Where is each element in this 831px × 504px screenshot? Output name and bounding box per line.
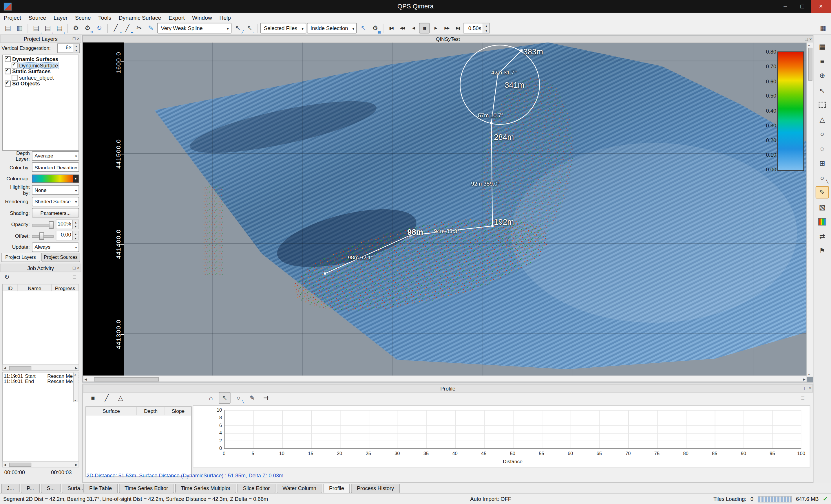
maximize-button[interactable]: □ (794, 0, 811, 13)
spin-down-icon[interactable]: ▾ (73, 224, 79, 229)
tab-project-layers[interactable]: Project Layers (1, 253, 40, 262)
checkbox[interactable] (5, 81, 10, 87)
colormap-dropdown[interactable] (32, 174, 79, 183)
column-header[interactable]: Slope (165, 407, 191, 415)
select-line-icon[interactable]: ↖╱ (232, 22, 243, 34)
offset-slider[interactable] (32, 232, 54, 239)
float-panel-icon[interactable]: □ (73, 36, 75, 41)
offset-spinner[interactable]: 0.00 ▴▾ (56, 231, 79, 241)
pan-icon[interactable]: ⊞ (815, 157, 829, 169)
scroll-right-icon[interactable]: ▶ (75, 366, 77, 370)
go-end-button[interactable]: ▶▮ (453, 23, 463, 34)
viewport-hscrollbar[interactable]: ◀▶ (83, 376, 807, 382)
import-svp-icon[interactable]: ▤↓ (42, 22, 54, 34)
vertical-exaggeration-spinner[interactable]: 6× ▴▾ (57, 43, 80, 53)
edit-points-icon[interactable]: ╱•• (122, 22, 133, 34)
home-icon[interactable]: ⌂ (205, 392, 217, 404)
tab-j[interactable]: J... (1, 484, 20, 493)
spin-up-icon[interactable]: ▴ (73, 231, 79, 236)
marker-square-icon[interactable]: ■ (87, 392, 99, 404)
pause-button[interactable]: ▮▮ (419, 23, 430, 34)
zoom-icon[interactable]: ○╲ (233, 392, 244, 404)
select-cursor-icon[interactable]: ↖ (219, 392, 230, 404)
palette-icon[interactable] (815, 215, 829, 228)
update-dropdown[interactable]: Always (32, 242, 79, 252)
play-button[interactable]: ▶ (430, 23, 441, 34)
shading-parameters-button[interactable]: Parameters... (32, 208, 79, 218)
menu-project[interactable]: Project (0, 13, 25, 22)
apply-selection-icon[interactable]: ↖ (358, 22, 369, 34)
Rescan Metad...[interactable]: 11:19:01 End Rescan Metad... (3, 379, 79, 384)
slider-handle[interactable] (49, 221, 54, 229)
interval-spinner[interactable]: 0.50s ▴▾ (464, 23, 490, 34)
job-log-icon[interactable]: ≡ (69, 272, 79, 282)
highlight-by-dropdown[interactable]: None (32, 185, 79, 195)
spin-down-icon[interactable]: ▾ (73, 236, 79, 240)
menu-help[interactable]: Help (216, 13, 235, 22)
menu-window[interactable]: Window (188, 13, 216, 22)
import-files-icon[interactable]: ▤↓ (30, 22, 42, 34)
tab-project-sources[interactable]: Project Sources (41, 253, 80, 262)
close-panel-icon[interactable]: × (809, 386, 811, 391)
profile-triangle-icon[interactable]: △ (115, 392, 126, 404)
tab-profile[interactable]: Profile (323, 484, 350, 493)
menu-scene[interactable]: Scene (71, 13, 94, 22)
scroll-left-icon[interactable]: ◀ (84, 377, 87, 381)
select-lasso-icon[interactable]: ◌ (815, 142, 829, 155)
spin-up-icon[interactable]: ▴ (73, 44, 79, 48)
spin-up-icon[interactable]: ▴ (73, 220, 79, 224)
tab-time-series-editor[interactable]: Time Series Editor (119, 484, 174, 493)
fast-forward-button[interactable]: ▶▶ (441, 23, 452, 34)
checkbox[interactable] (11, 62, 18, 68)
export-icon[interactable]: ⇉ (260, 392, 272, 404)
minimize-button[interactable]: – (777, 0, 794, 13)
color-by-dropdown[interactable]: Standard Deviation (32, 162, 79, 172)
selection-scope-dropdown[interactable]: Inside Selection (307, 23, 357, 34)
spin-down-icon[interactable]: ▾ (73, 48, 79, 52)
select-spline-icon[interactable]: ↖∽ (243, 22, 255, 34)
scroll-left-icon[interactable]: ◀ (4, 366, 6, 370)
tab-p[interactable]: P... (21, 484, 40, 493)
slice-edit-icon[interactable]: ╱• (110, 22, 121, 34)
close-panel-icon[interactable]: × (77, 36, 80, 41)
tab-s[interactable]: S... (41, 484, 60, 493)
scroll-left-icon[interactable]: ◀ (4, 462, 6, 466)
float-panel-icon[interactable]: □ (805, 36, 807, 42)
close-button[interactable]: × (811, 0, 831, 13)
edit-icon[interactable]: ✎ (247, 392, 258, 404)
opacity-spinner[interactable]: 100% ▴▾ (56, 219, 79, 229)
job-table-hscrollbar[interactable]: ◀▶ (2, 364, 79, 371)
add-raw-files-icon[interactable]: ▤ (2, 22, 13, 34)
zoom-icon[interactable]: ○╲ (815, 172, 829, 184)
menu-dynamic-surface[interactable]: Dynamic Surface (115, 13, 165, 22)
shade-icon[interactable]: ▧ (815, 201, 829, 213)
job-log-vscrollbar[interactable] (73, 372, 79, 402)
matrix-view-icon[interactable]: ▦ (817, 22, 829, 34)
refresh-jobs-icon[interactable]: ↻ (2, 272, 11, 282)
depth-layer-dropdown[interactable]: Average (32, 151, 79, 161)
tab-slice-editor[interactable]: Slice Editor (237, 484, 276, 493)
menu-export[interactable]: Export (165, 13, 188, 22)
layers-icon[interactable]: ≡ (815, 55, 829, 67)
close-panel-icon[interactable]: × (809, 36, 812, 42)
grid-view-icon[interactable]: ▦ (815, 40, 829, 52)
tab-time-series-multiplot[interactable]: Time Series Multiplot (175, 484, 236, 493)
flag-icon[interactable]: ⚑ (815, 245, 829, 257)
process-icon[interactable]: ⚙ (70, 22, 82, 34)
checkbox[interactable] (5, 56, 10, 62)
swap-icon[interactable]: ⇄ (815, 230, 829, 242)
crosshair-icon[interactable]: ⊕ (815, 69, 829, 82)
scene-view[interactable]: 383m42m 31.7°341m57m 10.7°284m92m 359.0°… (124, 42, 807, 377)
tree-item-sd-objects[interactable]: Sd Objects (3, 81, 78, 87)
tree-item-static-surfaces[interactable]: Static Surfaces (3, 68, 78, 75)
viewport-vscrollbar[interactable] (807, 42, 813, 377)
slider-handle[interactable] (39, 233, 44, 240)
select-rect-icon[interactable] (815, 99, 829, 111)
go-start-button[interactable]: ▮◀ (386, 23, 397, 34)
tree-item-dynamicsurface[interactable]: DynamicSurface (3, 62, 78, 68)
tab-water-column[interactable]: Water Column (277, 484, 322, 493)
column-header[interactable]: Depth (137, 407, 165, 415)
job-log-hscrollbar[interactable]: ◀▶ (2, 461, 79, 468)
profile-line-icon[interactable]: ╱ (101, 392, 112, 404)
rendering-dropdown[interactable]: Shaded Surface (32, 197, 79, 206)
